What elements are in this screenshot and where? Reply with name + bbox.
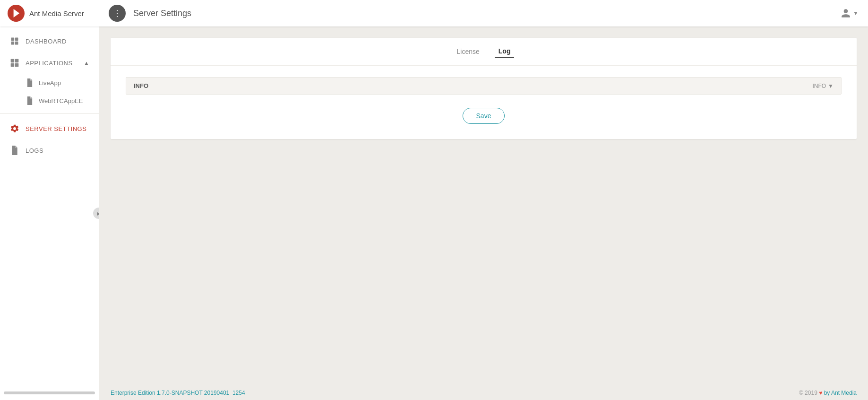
menu-dots-icon: ⋮ bbox=[113, 9, 121, 17]
sidebar-scrollbar[interactable] bbox=[4, 391, 95, 394]
brand-area: Ant Media Server bbox=[0, 0, 99, 26]
brand-logo bbox=[8, 5, 25, 22]
sidebar-item-applications[interactable]: Applications ▲ bbox=[0, 52, 99, 74]
header-menu-button[interactable]: ⋮ bbox=[109, 5, 126, 22]
save-button[interactable]: Save bbox=[463, 108, 505, 124]
tab-license[interactable]: License bbox=[453, 46, 483, 57]
user-menu-button[interactable]: ▼ bbox=[841, 8, 859, 18]
sidebar-item-webrtcappee[interactable]: WebRTCAppEE bbox=[0, 92, 99, 110]
svg-rect-3 bbox=[15, 38, 18, 41]
sidebar-item-dashboard[interactable]: Dashboard bbox=[0, 30, 99, 52]
top-header: Ant Media Server ⋮ Server Settings ▼ bbox=[0, 0, 868, 26]
dashboard-icon bbox=[9, 36, 20, 46]
svg-rect-7 bbox=[15, 59, 19, 63]
sidebar-scroll-area bbox=[0, 388, 99, 400]
logs-icon bbox=[9, 145, 20, 156]
log-level-label: INFO bbox=[134, 82, 812, 89]
gear-icon bbox=[9, 123, 20, 134]
sidebar-item-applications-label: Applications bbox=[26, 60, 84, 67]
log-level-row: INFO INFO ▼ bbox=[126, 77, 842, 95]
svg-rect-5 bbox=[15, 42, 18, 45]
applications-icon bbox=[9, 58, 20, 68]
liveapp-file-icon bbox=[26, 78, 34, 87]
sidebar: Dashboard Applications ▲ bbox=[0, 26, 99, 400]
svg-rect-8 bbox=[11, 63, 15, 67]
footer-heart-icon: ♥ bbox=[819, 390, 822, 396]
svg-rect-6 bbox=[11, 59, 15, 63]
user-icon bbox=[841, 8, 851, 18]
sidebar-nav: Dashboard Applications ▲ bbox=[0, 26, 99, 388]
header-right: ⋮ Server Settings ▼ bbox=[99, 5, 868, 22]
sidebar-item-logs[interactable]: Logs bbox=[0, 139, 99, 161]
main-content: License Log INFO INFO ▼ Save bbox=[99, 26, 868, 400]
svg-rect-9 bbox=[15, 63, 19, 67]
card-body: INFO INFO ▼ Save bbox=[111, 66, 857, 139]
sidebar-item-liveapp[interactable]: LiveApp bbox=[0, 74, 99, 92]
sidebar-item-server-settings-label: Server Settings bbox=[26, 125, 89, 132]
sidebar-item-dashboard-label: Dashboard bbox=[26, 38, 89, 45]
save-button-wrap: Save bbox=[126, 104, 842, 128]
log-level-caret-icon: ▼ bbox=[828, 83, 834, 89]
page-title: Server Settings bbox=[133, 9, 191, 18]
footer-version[interactable]: Enterprise Edition 1.7.0-SNAPSHOT 201904… bbox=[111, 390, 245, 396]
footer-credit: © 2019 ♥ by Ant Media bbox=[799, 390, 857, 396]
applications-caret-icon: ▲ bbox=[84, 60, 89, 66]
sidebar-item-logs-label: Logs bbox=[26, 147, 89, 154]
sidebar-item-webrtcappee-label: WebRTCAppEE bbox=[39, 97, 83, 104]
user-caret-icon: ▼ bbox=[853, 10, 859, 17]
main-layout: Dashboard Applications ▲ bbox=[0, 26, 868, 400]
log-level-select[interactable]: INFO ▼ bbox=[812, 83, 834, 89]
svg-rect-2 bbox=[11, 38, 15, 41]
settings-tabs: License Log bbox=[111, 38, 857, 66]
tab-log[interactable]: Log bbox=[495, 45, 515, 58]
sidebar-item-liveapp-label: LiveApp bbox=[39, 79, 61, 87]
svg-rect-4 bbox=[11, 42, 15, 45]
footer-copyright: © 2019 bbox=[799, 390, 817, 396]
server-settings-card: License Log INFO INFO ▼ Save bbox=[111, 38, 857, 139]
footer-credit-link[interactable]: by Ant Media bbox=[824, 390, 857, 396]
sidebar-item-server-settings[interactable]: Server Settings bbox=[0, 118, 99, 139]
webrtcappee-file-icon bbox=[26, 96, 34, 105]
nav-divider-1 bbox=[0, 113, 99, 114]
main-footer: Enterprise Edition 1.7.0-SNAPSHOT 201904… bbox=[99, 386, 868, 400]
brand-title: Ant Media Server bbox=[29, 9, 84, 17]
log-level-select-value: INFO bbox=[812, 83, 826, 89]
chevron-right-icon: ▶ bbox=[97, 211, 99, 216]
